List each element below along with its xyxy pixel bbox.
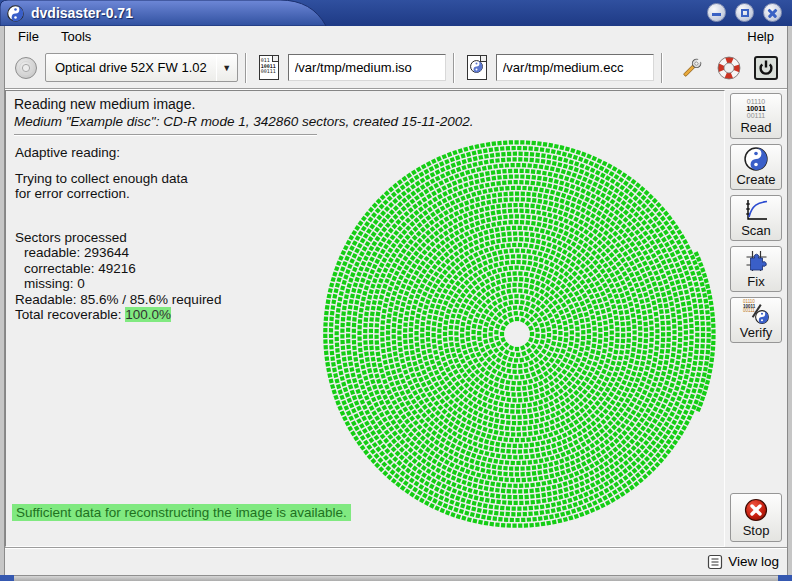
preferences-button[interactable] bbox=[677, 53, 707, 83]
verify-compare-icon: 01110 10011 00111 bbox=[743, 300, 769, 324]
resize-corner-right[interactable] bbox=[778, 575, 792, 581]
panel-title: Adaptive reading: bbox=[15, 145, 221, 161]
scan-button[interactable]: Scan bbox=[730, 195, 782, 241]
toolbar-separator bbox=[453, 53, 455, 83]
verify-label: Verify bbox=[740, 325, 773, 340]
app-logo-yinyang-icon bbox=[7, 5, 24, 22]
window-title: dvdisaster-0.71 bbox=[31, 5, 133, 21]
scan-chart-icon bbox=[743, 198, 769, 222]
ecc-file-button[interactable] bbox=[462, 53, 492, 83]
read-label: Read bbox=[740, 120, 771, 135]
adaptive-reading-panel: Adaptive reading: Trying to collect enou… bbox=[15, 145, 221, 323]
drive-eject-button[interactable] bbox=[11, 53, 41, 83]
read-button[interactable]: 01110 10011 00111 Read bbox=[730, 93, 782, 139]
stop-label: Stop bbox=[743, 523, 770, 538]
toolbar-separator bbox=[245, 53, 247, 83]
stop-button[interactable]: Stop bbox=[730, 493, 782, 542]
wrench-icon bbox=[679, 55, 705, 81]
status-line2: Medium "Example disc": CD-R mode 1, 3428… bbox=[14, 114, 716, 129]
verify-button[interactable]: 01110 10011 00111 Verify bbox=[730, 297, 782, 343]
lifebuoy-icon bbox=[716, 55, 742, 81]
quit-button[interactable] bbox=[751, 53, 781, 83]
fix-label: Fix bbox=[747, 274, 764, 289]
statusbar: View log bbox=[5, 547, 787, 575]
chevron-down-icon: ▼ bbox=[217, 63, 237, 73]
menu-file[interactable]: File bbox=[15, 28, 42, 45]
doc-binary-line: 00111 bbox=[260, 69, 278, 75]
ecc-file-input[interactable] bbox=[496, 54, 654, 81]
readable-summary: Readable: 85.6% / 85.6% required bbox=[15, 292, 221, 308]
yinyang-glyph bbox=[470, 60, 483, 73]
total-recoverable-label: Total recoverable: bbox=[15, 307, 125, 322]
menubar: File Tools Help bbox=[5, 26, 787, 47]
image-file-input[interactable] bbox=[288, 54, 446, 81]
maximize-button[interactable] bbox=[735, 3, 754, 22]
view-log-button[interactable]: View log bbox=[728, 554, 779, 569]
log-list-icon bbox=[707, 554, 723, 570]
status-heading: Reading new medium image. Medium "Exampl… bbox=[6, 91, 724, 139]
create-button[interactable]: Create bbox=[730, 144, 782, 190]
titlebar[interactable]: dvdisaster-0.71 bbox=[0, 0, 792, 26]
close-icon bbox=[767, 7, 778, 18]
binary-read-icon: 01110 10011 00111 bbox=[746, 98, 765, 119]
minimize-button[interactable] bbox=[707, 3, 726, 22]
yin-yang-icon bbox=[744, 147, 768, 171]
drive-selector[interactable]: Optical drive 52X FW 1.02 ▼ bbox=[45, 53, 238, 82]
sectors-heading: Sectors processed bbox=[15, 230, 221, 246]
maximize-icon bbox=[741, 9, 749, 17]
yinyang-glyph bbox=[755, 310, 769, 324]
action-sidebar: 01110 10011 00111 Read Create bbox=[725, 89, 787, 547]
toolbar-separator bbox=[661, 53, 663, 83]
cd-drive-icon bbox=[14, 56, 38, 80]
menu-help[interactable]: Help bbox=[744, 28, 777, 45]
panel-desc2: for error correction. bbox=[15, 186, 221, 202]
puzzle-icon bbox=[744, 249, 769, 273]
stop-icon bbox=[744, 498, 768, 522]
sectors-missing: missing: 0 bbox=[15, 276, 221, 292]
scan-label: Scan bbox=[741, 223, 771, 238]
ecc-document-icon bbox=[467, 55, 487, 80]
power-icon bbox=[753, 55, 779, 81]
sectors-readable: readable: 293644 bbox=[15, 245, 221, 261]
image-file-button[interactable]: 011 10011 00111 bbox=[254, 53, 284, 83]
create-label: Create bbox=[736, 172, 775, 187]
panel-desc1: Trying to collect enough data bbox=[15, 171, 221, 187]
fix-button[interactable]: Fix bbox=[730, 246, 782, 292]
toolbar: Optical drive 52X FW 1.02 ▼ 011 10011 00… bbox=[5, 47, 787, 89]
main-panel: Reading new medium image. Medium "Exampl… bbox=[5, 90, 725, 547]
disc-sector-map bbox=[317, 134, 717, 534]
iso-document-icon: 011 10011 00111 bbox=[259, 55, 279, 80]
status-line1: Reading new medium image. bbox=[14, 96, 716, 112]
total-recoverable: Total recoverable: 100.0% bbox=[15, 307, 221, 323]
resize-corner-left[interactable] bbox=[0, 575, 14, 581]
help-button[interactable] bbox=[714, 53, 744, 83]
reconstruction-message: Sufficient data for reconstructing the i… bbox=[12, 504, 351, 521]
total-recoverable-value: 100.0% bbox=[125, 307, 171, 322]
app-window: dvdisaster-0.71 File Tools Help bbox=[0, 0, 792, 581]
sectors-correctable: correctable: 49216 bbox=[15, 261, 221, 277]
window-frame-bottom[interactable] bbox=[0, 575, 792, 581]
menu-tools[interactable]: Tools bbox=[58, 28, 94, 45]
minimize-icon bbox=[712, 13, 721, 16]
drive-selector-value: Optical drive 52X FW 1.02 bbox=[46, 60, 216, 75]
close-button[interactable] bbox=[763, 3, 782, 22]
